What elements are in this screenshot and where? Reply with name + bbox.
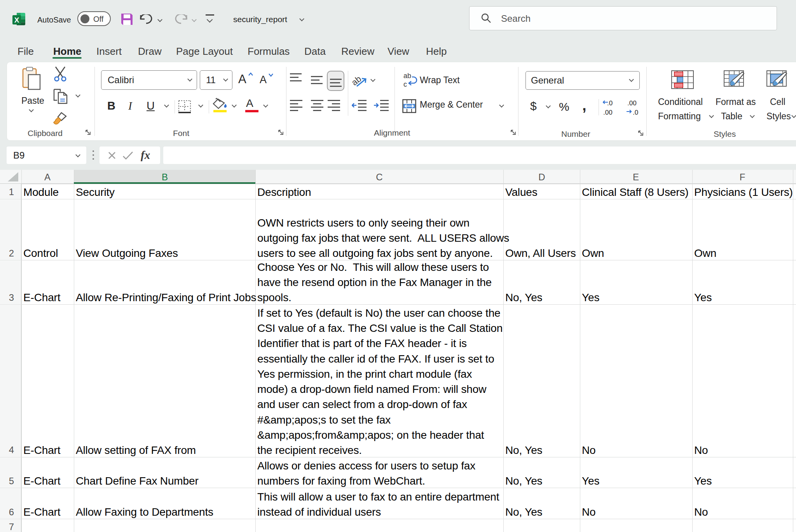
svg-text:.00: .00 <box>627 99 637 107</box>
svg-text:.0: .0 <box>607 99 613 107</box>
svg-text:.0: .0 <box>633 109 638 116</box>
svg-text:ab: ab <box>403 72 411 80</box>
svg-text:c: c <box>403 80 407 88</box>
svg-text:.00: .00 <box>603 109 613 116</box>
